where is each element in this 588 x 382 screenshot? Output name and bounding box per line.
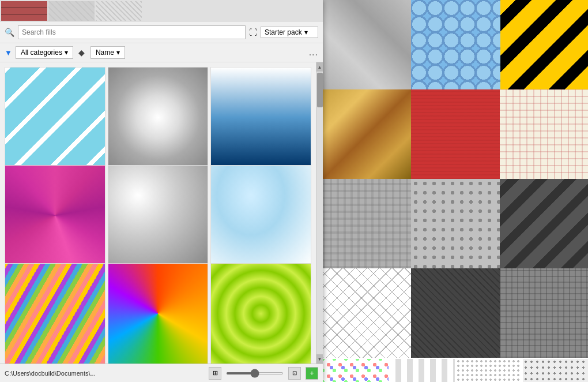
category-dropdown[interactable]: All categories ▾ xyxy=(16,46,73,59)
swatch-dark-stripes[interactable] xyxy=(500,179,588,268)
fill-item-diagonal-blue[interactable] xyxy=(5,67,105,168)
scrollbar-down-button[interactable]: ▼ xyxy=(316,354,323,364)
swatch-gold-texture[interactable] xyxy=(323,89,412,179)
strip-small-dots[interactable] xyxy=(456,359,522,382)
pack-dropdown[interactable]: Starter pack ▾ xyxy=(261,27,318,38)
fill-item-magenta-star[interactable] xyxy=(5,165,105,266)
add-pack-button[interactable]: + xyxy=(306,367,318,380)
scrollbar-thumb[interactable] xyxy=(317,73,323,107)
top-thumb-brown[interactable] xyxy=(96,1,142,21)
pack-dropdown-label: Starter pack xyxy=(265,28,302,36)
strip-colored-dots[interactable] xyxy=(323,359,389,382)
category-label: All categories xyxy=(21,48,62,57)
category-chevron-icon: ▾ xyxy=(65,48,68,57)
sort-diamond-icon[interactable]: ◆ xyxy=(77,47,87,58)
fill-item-rainbow-pinwheel[interactable] xyxy=(108,263,209,364)
main-container: 🔍 ⛶ Starter pack ▾ ▼ All categories ▾ ◆ … xyxy=(0,0,588,382)
fill-item-radial-chrome[interactable] xyxy=(108,67,209,168)
scrollbar-up-button[interactable]: ▲ xyxy=(316,62,323,72)
swatch-dark-circuit[interactable] xyxy=(500,268,588,358)
swatch-yellow-stripes[interactable] xyxy=(500,0,588,89)
swatch-diamond-mesh[interactable] xyxy=(323,268,412,358)
fill-item-green-circles[interactable] xyxy=(210,263,311,364)
swatch-red-texture[interactable] xyxy=(411,89,500,179)
swatch-gray-dots[interactable] xyxy=(411,179,500,268)
fills-grid-wrap: ▲ ▼ xyxy=(0,62,323,364)
path-text: C:\Users\docbuild\Documents\... xyxy=(5,370,204,377)
filter-icon[interactable]: ▼ xyxy=(5,48,12,57)
fill-item-blue-grad[interactable] xyxy=(210,67,311,168)
bottom-bar: C:\Users\docbuild\Documents\... ⊞ ⊡ + xyxy=(0,364,323,382)
grid-view-button[interactable]: ⊞ xyxy=(209,367,221,380)
search-bar: 🔍 ⛶ Starter pack ▾ xyxy=(0,22,323,43)
top-thumb-brick[interactable] xyxy=(1,1,47,21)
swatch-gray-texture[interactable] xyxy=(323,0,412,89)
strip-zigzag[interactable] xyxy=(390,359,455,382)
left-panel: 🔍 ⛶ Starter pack ▾ ▼ All categories ▾ ◆ … xyxy=(0,0,323,382)
sort-dropdown[interactable]: Name ▾ xyxy=(91,46,125,59)
top-thumb-light-gray[interactable] xyxy=(48,1,95,21)
search-input[interactable] xyxy=(18,25,246,39)
sort-tree-icon[interactable]: ⛶ xyxy=(249,28,257,37)
fills-grid xyxy=(0,62,316,364)
fill-item-colorful-lines[interactable] xyxy=(5,263,105,364)
strip-gray-dots2[interactable] xyxy=(523,359,589,382)
more-options-button[interactable]: ... xyxy=(309,47,318,58)
fill-item-light-blue-grad[interactable] xyxy=(210,165,311,266)
right-panel xyxy=(323,0,588,382)
sort-chevron-icon: ▾ xyxy=(116,48,120,57)
sort-label: Name xyxy=(96,48,114,57)
chevron-down-icon: ▾ xyxy=(304,28,308,36)
top-strip-thumbnails xyxy=(0,0,323,22)
swatch-grid xyxy=(323,0,588,358)
swatch-blue-circles[interactable] xyxy=(411,0,500,89)
fill-item-silver-grad[interactable] xyxy=(108,165,209,266)
search-icon: 🔍 xyxy=(5,28,14,37)
swatch-dark-texture[interactable] xyxy=(411,268,500,358)
bottom-strips xyxy=(323,359,588,382)
swatch-retro-pattern[interactable] xyxy=(500,89,588,179)
size-slider[interactable] xyxy=(226,372,284,374)
filter-bar: ▼ All categories ▾ ◆ Name ▾ ... xyxy=(0,43,323,62)
scrollbar-track[interactable]: ▲ ▼ xyxy=(316,62,323,364)
fit-page-button[interactable]: ⊡ xyxy=(288,367,301,380)
swatch-gray-checker[interactable] xyxy=(323,179,412,268)
